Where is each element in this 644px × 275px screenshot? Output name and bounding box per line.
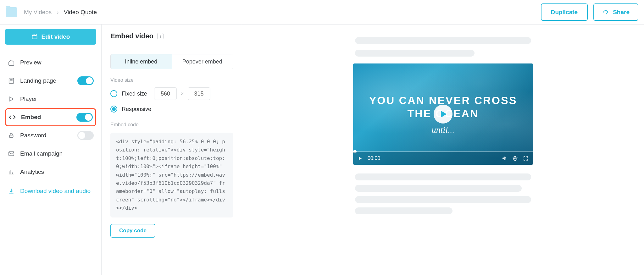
download-video-link[interactable]: Download video and audio [5, 184, 96, 199]
chevron-right-icon: › [57, 9, 58, 16]
app-root: My Videos › Video Quote Duplicate Share … [0, 0, 644, 275]
share-button[interactable]: Share [593, 3, 638, 21]
panel-title-row: Embed video i [110, 32, 233, 40]
share-icon [602, 9, 609, 16]
download-label: Download video and audio [20, 188, 91, 195]
embed-code-box[interactable]: <div style="padding: 56.25% 0 0 0; posit… [110, 133, 233, 217]
times-icon: × [180, 91, 184, 97]
embed-mode-tabs: Inline embed Popover embed [110, 54, 233, 69]
breadcrumb: My Videos › Video Quote [24, 9, 97, 16]
svg-marker-4 [10, 97, 14, 101]
info-icon[interactable]: i [157, 33, 164, 39]
fixed-size-label: Fixed size [122, 91, 147, 97]
sidebar-label: Preview [20, 59, 42, 66]
sidebar-item-preview[interactable]: Preview [5, 53, 96, 72]
svg-rect-0 [32, 36, 37, 39]
tab-inline-embed[interactable]: Inline embed [111, 54, 172, 69]
responsive-label: Responsive [122, 106, 151, 113]
sidebar-item-embed[interactable]: Embed [5, 108, 96, 126]
edit-video-label: Edit video [42, 33, 70, 40]
mail-icon [8, 150, 15, 157]
sidebar-item-password[interactable]: Password [5, 126, 96, 145]
embed-code-label: Embed code [110, 122, 233, 128]
sidebar-label: Player [20, 96, 37, 102]
code-icon [8, 114, 16, 121]
embed-toggle[interactable] [76, 113, 93, 122]
sidebar-label: Email campaign [20, 150, 63, 157]
panel-title: Embed video [110, 32, 153, 40]
current-time: 00:00 [368, 156, 380, 161]
main-columns: Edit video Preview Landing page [0, 25, 644, 275]
top-bar: My Videos › Video Quote Duplicate Share [0, 0, 644, 25]
clapper-icon [31, 34, 38, 40]
sidebar: Edit video Preview Landing page [0, 25, 102, 275]
sidebar-item-email-campaign[interactable]: Email campaign [5, 145, 96, 163]
skeleton-bottom [355, 173, 531, 214]
breadcrumb-parent[interactable]: My Videos [24, 9, 52, 16]
home-icon [8, 59, 15, 66]
headline-line1: YOU CAN NEVER CROSS [369, 94, 517, 106]
player-controls: 00:00 [353, 152, 533, 165]
skeleton-line [355, 207, 452, 214]
play-small-icon[interactable] [358, 156, 363, 161]
tab-popover-embed[interactable]: Popover embed [172, 54, 233, 69]
height-input[interactable] [188, 87, 210, 100]
video-size-label: Video size [110, 77, 233, 83]
duplicate-label: Duplicate [551, 9, 578, 16]
responsive-row[interactable]: Responsive [110, 106, 233, 113]
password-toggle[interactable] [77, 131, 94, 140]
fullscreen-icon[interactable] [523, 156, 529, 161]
share-label: Share [613, 9, 630, 16]
sidebar-label: Embed [21, 114, 41, 121]
fixed-size-row[interactable]: Fixed size × [110, 87, 233, 100]
play-icon [8, 96, 15, 102]
skeleton-line [355, 50, 475, 57]
skeleton-top [355, 37, 531, 57]
skeleton-line [355, 185, 522, 192]
skeleton-line [355, 173, 531, 180]
lock-icon [8, 132, 15, 139]
sidebar-item-analytics[interactable]: Analytics [5, 163, 96, 181]
gear-icon[interactable] [512, 156, 518, 161]
sidebar-label: Password [20, 132, 46, 139]
sidebar-item-player[interactable]: Player [5, 90, 96, 108]
size-inputs: × [154, 87, 210, 100]
sidebar-nav: Preview Landing page Player [5, 53, 96, 199]
svg-point-13 [514, 158, 516, 159]
edit-video-button[interactable]: Edit video [5, 29, 96, 45]
sidebar-label: Analytics [20, 168, 44, 175]
svg-marker-12 [359, 157, 362, 160]
video-subline: until... [432, 125, 454, 135]
duplicate-button[interactable]: Duplicate [541, 3, 588, 21]
top-actions: Duplicate Share [541, 3, 638, 21]
skeleton-line [355, 196, 531, 203]
svg-rect-5 [9, 135, 13, 138]
folder-icon[interactable] [6, 7, 17, 17]
radio-fixed[interactable] [110, 90, 117, 97]
preview-pane: YOU CAN NEVER CROSS THE OCEAN until... 0… [242, 25, 644, 275]
volume-icon[interactable] [502, 156, 507, 161]
page-icon [8, 77, 15, 84]
skeleton-line [355, 37, 531, 44]
width-input[interactable] [154, 87, 177, 100]
sidebar-label: Landing page [20, 77, 56, 84]
chart-icon [8, 169, 15, 175]
landing-page-toggle[interactable] [77, 76, 94, 85]
sidebar-item-landing-page[interactable]: Landing page [5, 72, 96, 90]
video-player[interactable]: YOU CAN NEVER CROSS THE OCEAN until... 0… [353, 63, 533, 165]
radio-responsive[interactable] [110, 106, 117, 113]
download-icon [8, 188, 15, 194]
breadcrumb-current: Video Quote [64, 9, 97, 16]
play-button[interactable] [434, 105, 452, 124]
copy-code-button[interactable]: Copy code [110, 224, 155, 238]
embed-panel: Embed video i Inline embed Popover embed… [102, 25, 242, 275]
